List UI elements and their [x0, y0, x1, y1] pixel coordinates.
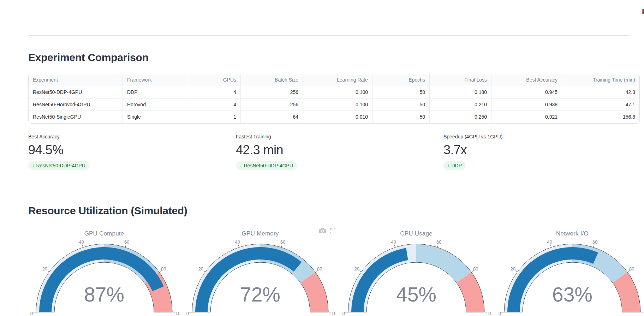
- table-cell[interactable]: 4: [188, 86, 241, 99]
- plotly-modebar: [319, 228, 335, 233]
- svg-text:45%: 45%: [396, 283, 436, 306]
- gauge-chart-network-io[interactable]: Network I/O 02040608010063%: [496, 226, 644, 316]
- svg-text:60: 60: [592, 239, 597, 245]
- table-cell[interactable]: 42.3: [562, 86, 639, 99]
- metric-delta-text: DDP: [452, 163, 462, 168]
- gauge-chart-gpu-compute[interactable]: GPU Compute 02040608010087%: [28, 226, 180, 316]
- fullscreen-icon[interactable]: [330, 228, 335, 233]
- section-title-resource-utilization: Resource Utilization (Simulated): [28, 205, 187, 217]
- svg-text:100: 100: [332, 311, 336, 316]
- gauge-plot: 02040608010087%: [28, 226, 180, 316]
- table-cell[interactable]: 50: [372, 99, 430, 111]
- table-cell[interactable]: 0.100: [303, 86, 372, 99]
- table-row: ResNet50-SingleGPUSingle1640.010500.2500…: [29, 111, 639, 123]
- metric-speedup: Speedup (4GPU vs 1GPU) 3.7x ↑DDP: [443, 133, 641, 170]
- svg-text:63%: 63%: [552, 283, 592, 306]
- table-cell[interactable]: 0.180: [430, 86, 491, 99]
- up-arrow-icon: ↑: [240, 163, 242, 168]
- table-cell[interactable]: ResNet50-DDP-4GPU: [29, 86, 123, 99]
- svg-text:72%: 72%: [240, 283, 280, 306]
- metric-delta-badge: ↑DDP: [443, 161, 466, 170]
- svg-text:20: 20: [354, 266, 359, 272]
- app-page: { "page": {"background": "#ffffff"}, "ed…: [0, 0, 644, 316]
- table-cell[interactable]: 47.1: [562, 99, 639, 111]
- svg-text:20: 20: [198, 266, 203, 272]
- table-cell[interactable]: Horovod: [123, 99, 188, 111]
- table-row: ResNet50-DDP-4GPUDDP42560.100500.1800.94…: [29, 86, 639, 99]
- metric-delta-badge: ↑ResNet50-DDP-4GPU: [236, 161, 297, 170]
- table-row: ResNet50-Horovod-4GPUHorovod42560.100500…: [29, 99, 639, 111]
- metric-best-accuracy: Best Accuracy 94.5% ↑ResNet50-DDP-4GPU: [28, 133, 226, 170]
- metric-value: 42.3 min: [236, 142, 434, 158]
- table-cell[interactable]: 0.945: [491, 86, 562, 99]
- metric-label: Fastest Training: [236, 133, 434, 140]
- gauge-chart-gpu-memory[interactable]: GPU Memory 02040608010072%: [184, 226, 336, 316]
- column-header[interactable]: Epochs: [372, 74, 430, 86]
- gauge-chart-cpu-usage[interactable]: CPU Usage 02040608010045%: [340, 226, 492, 316]
- metric-delta-badge: ↑ResNet50-DDP-4GPU: [28, 161, 89, 170]
- svg-text:40: 40: [235, 239, 240, 245]
- svg-text:100: 100: [175, 311, 180, 316]
- table-cell[interactable]: 0.938: [491, 99, 562, 111]
- table-cell[interactable]: 1: [188, 111, 241, 123]
- metric-label: Best Accuracy: [28, 133, 226, 140]
- experiment-comparison-table[interactable]: ExperimentFrameworkGPUsBatch SizeLearnin…: [28, 74, 640, 124]
- svg-text:87%: 87%: [84, 283, 124, 306]
- table-cell[interactable]: 0.010: [303, 111, 372, 123]
- svg-text:0: 0: [30, 311, 33, 316]
- svg-text:80: 80: [629, 266, 634, 272]
- column-header[interactable]: GPUs: [188, 74, 241, 86]
- metric-delta-text: ResNet50-DDP-4GPU: [244, 163, 293, 168]
- column-header[interactable]: Learning Rate: [303, 74, 372, 86]
- horizontal-divider: [28, 35, 629, 36]
- svg-text:40: 40: [547, 239, 552, 245]
- column-header[interactable]: Best Accuracy: [491, 74, 562, 86]
- svg-text:40: 40: [79, 239, 84, 245]
- table-cell[interactable]: ResNet50-Horovod-4GPU: [29, 99, 123, 111]
- svg-text:80: 80: [317, 266, 322, 272]
- svg-text:0: 0: [342, 311, 345, 316]
- svg-text:80: 80: [473, 266, 478, 272]
- table-cell[interactable]: Single: [123, 111, 188, 123]
- table-cell[interactable]: 0.921: [491, 111, 562, 123]
- metric-label: Speedup (4GPU vs 1GPU): [443, 133, 641, 140]
- svg-text:20: 20: [42, 266, 47, 272]
- up-arrow-icon: ↑: [32, 163, 35, 168]
- gauge-plot: 02040608010072%: [184, 226, 336, 316]
- column-header[interactable]: Framework: [123, 74, 188, 86]
- table-cell[interactable]: 50: [372, 86, 430, 99]
- camera-icon[interactable]: [319, 228, 326, 233]
- table-cell[interactable]: ResNet50-SingleGPU: [29, 111, 123, 123]
- svg-text:100: 100: [488, 311, 492, 316]
- table-cell[interactable]: DDP: [123, 86, 188, 99]
- svg-text:0: 0: [499, 311, 501, 316]
- table-header-row: ExperimentFrameworkGPUsBatch SizeLearnin…: [29, 74, 639, 86]
- table-cell[interactable]: 64: [241, 111, 303, 123]
- column-header[interactable]: Training Time (min): [562, 74, 639, 86]
- table-cell[interactable]: 0.210: [430, 99, 491, 111]
- metric-delta-text: ResNet50-DDP-4GPU: [36, 163, 85, 168]
- svg-text:0: 0: [186, 311, 189, 316]
- metric-value: 3.7x: [443, 142, 641, 158]
- metric-value: 94.5%: [28, 142, 226, 158]
- table-cell[interactable]: 50: [372, 111, 430, 123]
- table-cell[interactable]: 256: [241, 99, 303, 111]
- table-cell[interactable]: 256: [241, 86, 303, 99]
- svg-text:40: 40: [391, 239, 396, 245]
- svg-text:80: 80: [161, 266, 166, 272]
- column-header[interactable]: Final Loss: [430, 74, 491, 86]
- column-header[interactable]: Experiment: [29, 74, 123, 86]
- svg-text:60: 60: [124, 239, 129, 245]
- metric-fastest-training: Fastest Training 42.3 min ↑ResNet50-DDP-…: [236, 133, 434, 170]
- table-cell[interactable]: 0.250: [430, 111, 491, 123]
- column-header[interactable]: Batch Size: [241, 74, 303, 86]
- table-cell[interactable]: 4: [188, 99, 241, 111]
- svg-text:60: 60: [280, 239, 285, 245]
- svg-text:20: 20: [510, 266, 515, 272]
- gauge-plot: 02040608010063%: [496, 226, 644, 316]
- cutoff-edge-element: [642, 9, 644, 14]
- gauge-plot: 02040608010045%: [340, 226, 492, 316]
- section-title-experiment-comparison: Experiment Comparison: [28, 52, 148, 64]
- table-cell[interactable]: 156.8: [562, 111, 639, 123]
- table-cell[interactable]: 0.100: [303, 99, 372, 111]
